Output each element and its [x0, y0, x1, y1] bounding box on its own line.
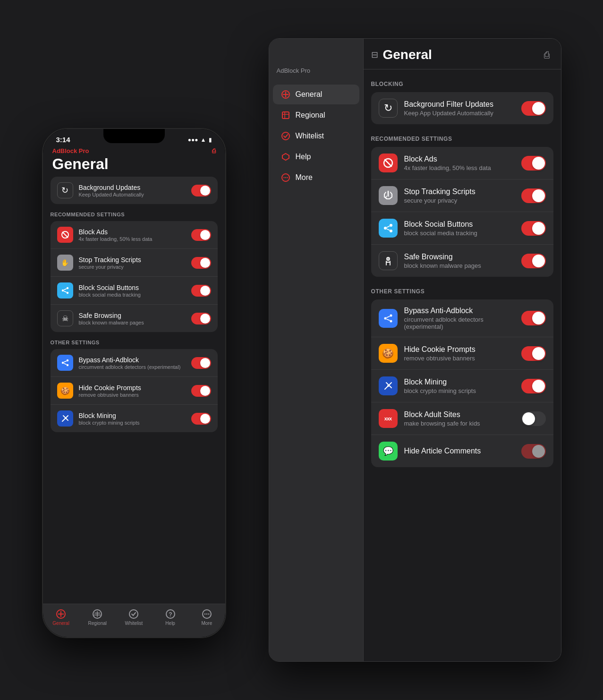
recommended-section-label: RECOMMENDED SETTINGS [371, 136, 553, 142]
svg-point-58 [204, 614, 206, 615]
svg-line-43 [64, 363, 67, 365]
iphone-block-social-knob [200, 286, 210, 296]
iphone-tab-more[interactable]: More [193, 609, 221, 626]
iphone-tab-more-label: More [201, 621, 212, 626]
block-ads-text: Block Ads 4x faster loading, 50% less da… [404, 154, 515, 171]
iphone-share-icon[interactable]: ⎙ [212, 147, 216, 154]
svg-point-40 [66, 359, 68, 361]
iphone-tab-general[interactable]: General [47, 609, 75, 626]
sidebar-item-regional[interactable]: Regional [273, 105, 359, 125]
iphone-stop-tracking-knob [200, 258, 210, 268]
iphone-block-ads-sub: 4x faster loading, 50% less data [79, 236, 186, 242]
iphone-block-mining-sub: block crypto mining scripts [79, 420, 186, 426]
other-section-label: OTHER SETTINGS [371, 288, 553, 295]
iphone-app-name-row: AdBlock Pro ⎙ [52, 147, 216, 154]
svg-point-25 [390, 320, 392, 322]
iphone-hide-cookie-knob [200, 386, 210, 396]
svg-point-24 [390, 314, 392, 316]
sidebar-toggle-icon[interactable]: ⊟ [371, 50, 378, 60]
svg-line-16 [387, 226, 390, 228]
iphone-safe-browsing-text: Safe Browsing block known malware pages [79, 312, 186, 325]
iphone-row-block-social: Block Social Buttons block social media … [51, 277, 218, 305]
block-ads-icon [379, 154, 398, 172]
iphone-header: AdBlock Pro ⎙ General [43, 145, 225, 177]
hide-comments-toggle[interactable] [521, 444, 546, 459]
iphone-safe-browsing-knob [200, 314, 210, 324]
hide-cookie-subtitle: remove obtrusive banners [404, 355, 515, 362]
safe-browsing-title: Safe Browsing [404, 252, 515, 261]
iphone-other-card: Bypass Anti-Adblock circumvent adblock d… [51, 349, 218, 432]
iphone-tab-general-icon [56, 609, 66, 619]
sidebar-item-more[interactable]: More [273, 168, 359, 188]
svg-rect-3 [282, 112, 289, 119]
sidebar-item-help[interactable]: Help [273, 147, 359, 167]
iphone-bypass-text: Bypass Anti-Adblock circumvent adblock d… [79, 356, 186, 370]
hide-cookie-text: Hide Cookie Prompts remove obtrusive ban… [404, 345, 515, 362]
iphone-block-mining-text: Block Mining block crypto mining scripts [79, 412, 186, 426]
sidebar-whitelist-label: Whitelist [296, 132, 324, 140]
block-social-subtitle: block social media tracking [404, 230, 515, 237]
block-adult-title: Block Adult Sites [404, 410, 515, 419]
iphone-block-ads-toggle[interactable] [191, 229, 211, 241]
bypass-anti-toggle[interactable] [521, 311, 546, 325]
iphone-tab-help[interactable]: ? Help [156, 609, 185, 626]
iphone-tab-whitelist[interactable]: Whitelist [119, 609, 148, 626]
iphone-recommended-label: RECOMMENDED SETTINGS [51, 212, 218, 217]
hide-cookie-toggle[interactable] [521, 346, 546, 361]
svg-point-36 [66, 292, 68, 294]
safe-browsing-toggle[interactable] [521, 254, 546, 268]
tablet-header-left: ⊟ General [371, 47, 432, 62]
block-ads-toggle[interactable] [521, 156, 546, 171]
sidebar-help-label: Help [296, 153, 311, 161]
iphone-bg-updates-toggle[interactable] [191, 185, 211, 196]
other-group: Bypass Anti-Adblock circumvent adblock d… [371, 299, 553, 467]
hide-cookie-icon: 🍪 [379, 344, 398, 363]
wifi-icon: ▲ [201, 137, 206, 143]
safe-browsing-toggle-knob [532, 255, 545, 267]
safe-browsing-icon [379, 251, 398, 270]
stop-tracking-toggle[interactable] [521, 188, 546, 203]
svg-text:?: ? [169, 611, 172, 618]
iphone-stop-tracking-toggle[interactable] [191, 257, 211, 269]
sidebar-item-general[interactable]: General [273, 85, 359, 104]
general-icon [280, 89, 291, 100]
sidebar-regional-label: Regional [296, 111, 325, 120]
block-adult-toggle-knob [522, 412, 535, 425]
scene: AdBlock Pro General [42, 24, 561, 676]
settings-row-safe-browsing: Safe Browsing block known malware pages [371, 245, 553, 277]
iphone-bypass-toggle[interactable] [191, 357, 211, 369]
bypass-anti-text: Bypass Anti-Adblock circumvent adblock d… [404, 306, 515, 330]
iphone-block-social-icon [57, 282, 73, 299]
block-adult-toggle[interactable] [521, 411, 546, 426]
blocking-group: ↻ Background Filter Updates Keep App Upd… [371, 92, 553, 124]
block-mining-text: Block Mining block crypto mining scripts [404, 377, 515, 394]
settings-row-hide-cookie: 🍪 Hide Cookie Prompts remove obtrusive b… [371, 337, 553, 370]
sidebar-general-label: General [296, 90, 323, 99]
iphone-block-mining-icon [57, 410, 73, 427]
iphone-safe-browsing-toggle[interactable] [191, 313, 211, 324]
iphone-block-social-toggle[interactable] [191, 285, 211, 297]
tablet: AdBlock Pro General [269, 38, 561, 662]
block-mining-toggle[interactable] [521, 379, 546, 393]
svg-line-26 [386, 316, 390, 317]
iphone-tab-regional[interactable]: Regional [83, 609, 111, 626]
more-icon [280, 172, 291, 183]
iphone-hide-cookie-toggle[interactable] [191, 385, 211, 397]
settings-row-bg-filter: ↻ Background Filter Updates Keep App Upd… [371, 92, 553, 124]
bypass-anti-icon [379, 309, 398, 328]
iphone-time: 3:14 [56, 136, 70, 144]
share-icon[interactable]: ⎙ [544, 50, 550, 60]
iphone-stop-tracking-sub: secure your privacy [79, 264, 186, 270]
block-social-toggle[interactable] [521, 221, 546, 236]
iphone-bg-updates-title: Background Updates [79, 184, 186, 191]
iphone-safe-browsing-sub: block known malware pages [79, 320, 186, 325]
svg-point-6 [282, 132, 289, 140]
bg-filter-text: Background Filter Updates Keep App Updat… [404, 100, 515, 117]
iphone-block-mining-toggle[interactable] [191, 413, 211, 425]
sidebar-item-whitelist[interactable]: Whitelist [273, 126, 359, 146]
iphone-other-label: OTHER SETTINGS [51, 340, 218, 345]
bg-filter-toggle[interactable] [521, 101, 546, 116]
svg-line-33 [62, 232, 68, 238]
svg-point-39 [61, 362, 63, 364]
iphone-tab-regional-label: Regional [88, 621, 107, 626]
